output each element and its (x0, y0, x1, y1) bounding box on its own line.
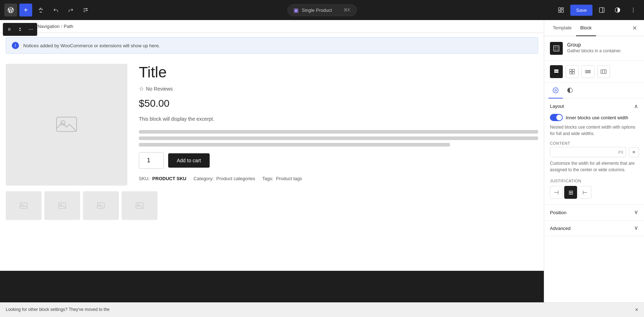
product-image (6, 64, 127, 186)
svg-rect-31 (585, 70, 587, 73)
sidebar-close-button[interactable] (630, 23, 640, 33)
document-title-area[interactable]: ▣ Single Product ⌘K (287, 4, 357, 16)
wordpress-logo[interactable] (4, 4, 17, 16)
sku-meta: SKU: PRODUCT SKU (139, 176, 186, 181)
block-info: Group Gather blocks in a container. (544, 36, 644, 61)
product-meta: SKU: PRODUCT SKU Category: Product categ… (139, 176, 538, 181)
block-toolbar (3, 23, 37, 36)
block-drag-button[interactable] (4, 24, 14, 34)
svg-rect-1 (561, 8, 564, 9)
svg-rect-29 (570, 72, 572, 74)
notice-text: Notices added by WooCommerce or extensio… (23, 43, 160, 48)
view-button[interactable] (555, 4, 567, 16)
notice-icon: i (12, 42, 19, 49)
svg-rect-25 (554, 69, 558, 71)
justify-center-button[interactable]: ⊞ (564, 186, 577, 199)
product-title: Title (139, 64, 538, 81)
content-width-label: CONTENT (550, 141, 639, 145)
position-panel: Position ∧ (544, 205, 644, 221)
advanced-panel: Advanced ∧ (544, 221, 644, 236)
template-icon: ▣ (293, 7, 299, 14)
undo-button[interactable] (49, 4, 62, 16)
justification-row: ⊣ ⊞ ⊢ (550, 186, 638, 199)
svg-rect-26 (554, 71, 558, 73)
skeleton-line-1 (139, 130, 538, 134)
block-arrows-button[interactable] (15, 24, 25, 34)
svg-point-7 (633, 8, 634, 9)
notice-bar: i Notices added by WooCommerce or extens… (6, 37, 538, 54)
tools-button[interactable] (34, 4, 47, 16)
category-meta: Category: Product categories (194, 176, 255, 181)
add-to-cart-button[interactable]: Add to cart (168, 153, 210, 168)
toolbar-right: Save (555, 4, 640, 16)
layout-row-button[interactable] (581, 65, 594, 78)
content-width-input[interactable] (550, 147, 616, 157)
position-label: Position (550, 210, 566, 215)
layout-stack-button[interactable] (550, 65, 563, 78)
thumbnail-row (0, 191, 544, 226)
thumbnail-2 (44, 191, 80, 220)
toast-close-button[interactable]: × (635, 307, 638, 313)
toolbar-left: + (4, 4, 92, 16)
quantity-input[interactable]: 1 (139, 152, 164, 169)
sidebar-toggle-button[interactable] (595, 4, 608, 16)
save-button[interactable]: Save (570, 5, 592, 16)
skeleton-line-2 (139, 136, 538, 140)
position-panel-header[interactable]: Position ∧ (544, 205, 644, 220)
review-text: No Reviews (146, 86, 173, 92)
breadcrumb: Breadcrumbs / Navigation / Path (0, 20, 544, 33)
options-button[interactable] (627, 4, 640, 16)
svg-point-12 (29, 29, 30, 30)
justification-label: JUSTIFICATION (550, 179, 638, 183)
svg-rect-15 (57, 117, 77, 131)
content-width-input-row: PX (550, 147, 626, 157)
template-name: Single Product (302, 8, 332, 13)
settings-tab-style[interactable] (563, 83, 577, 99)
block-more-button[interactable] (26, 24, 36, 34)
width-description: Customize the width for all elements tha… (550, 160, 638, 173)
svg-rect-33 (589, 70, 590, 73)
justify-right-button[interactable]: ⊢ (579, 186, 591, 199)
svg-point-14 (32, 29, 33, 30)
redo-button[interactable] (64, 4, 77, 16)
thumbnail-1 (6, 191, 42, 220)
position-chevron-icon: ∧ (634, 209, 638, 216)
settings-tab-gear[interactable] (548, 83, 563, 99)
tab-template[interactable]: Template (548, 20, 576, 36)
breadcrumb-path: Path (64, 24, 73, 29)
image-placeholder-icon (55, 113, 78, 137)
breadcrumb-sep-2: / (61, 24, 62, 29)
editor-content: Breadcrumbs / Navigation / Path i Notice… (0, 20, 544, 271)
layout-icons-row (544, 61, 644, 83)
layout-full-button[interactable] (597, 65, 610, 78)
justify-left-button[interactable]: ⊣ (550, 186, 563, 199)
tab-block[interactable]: Block (576, 20, 596, 36)
inner-blocks-toggle[interactable] (550, 114, 563, 121)
content-center-button[interactable]: ≡ (629, 147, 639, 157)
template-title-pill[interactable]: ▣ Single Product ⌘K (287, 4, 357, 16)
advanced-panel-header[interactable]: Advanced ∧ (544, 221, 644, 236)
layout-panel-body: Inner blocks use content width Nested bl… (544, 114, 644, 205)
layout-grid-button[interactable] (566, 65, 579, 78)
svg-rect-0 (559, 8, 561, 10)
editor-canvas: Breadcrumbs / Navigation / Path i Notice… (0, 20, 544, 271)
block-name-label: Group (567, 42, 621, 48)
toggle-description: Nested blocks use content width with opt… (550, 124, 638, 137)
layout-panel-header[interactable]: Layout ∧ (544, 99, 644, 114)
breadcrumb-nav: Navigation (38, 24, 59, 29)
sidebar-tabs: Template Block (544, 20, 644, 36)
svg-rect-34 (601, 70, 606, 74)
add-block-button[interactable]: + (19, 4, 32, 16)
product-excerpt: This block will display the excerpt. (139, 115, 538, 123)
advanced-chevron-icon: ∧ (634, 225, 638, 232)
list-view-button[interactable] (79, 4, 92, 16)
thumbnail-4 (122, 191, 157, 220)
svg-point-13 (30, 29, 31, 30)
contrast-button[interactable] (611, 4, 624, 16)
block-desc-label: Gather blocks in a container. (567, 48, 621, 53)
svg-rect-11 (10, 28, 10, 31)
toast-notification: Looking for other block settings? They'v… (544, 302, 644, 317)
right-sidebar: Template Block Group Gather blocks in a … (544, 20, 644, 317)
skeleton-line-3 (139, 143, 450, 147)
layout-label: Layout (550, 104, 564, 109)
